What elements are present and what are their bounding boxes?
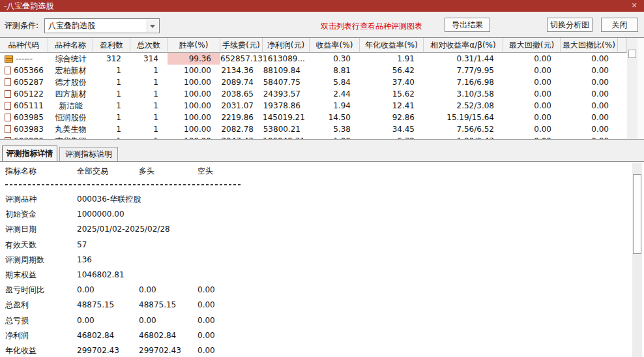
close-icon[interactable]: ✕ <box>629 0 639 12</box>
detail-value-all: 2025/01/02-2025/02/28 <box>77 224 170 234</box>
cell-alpha: 15.19/15.64 <box>424 112 503 123</box>
details-scrollbar-thumb[interactable] <box>633 174 641 254</box>
column-header[interactable]: 最大回撤比(%) <box>561 38 618 53</box>
cell-alpha: 7.16/6.98 <box>424 76 503 88</box>
cell-ret: 14.50 <box>310 112 360 123</box>
detail-row: 评测周期数136 <box>0 255 626 265</box>
stock-doc-icon <box>5 78 11 86</box>
column-header[interactable]: 手续费(元) <box>220 38 263 53</box>
detail-label: 总亏损 <box>5 315 29 326</box>
cell-alpha: 0.31/1.44 <box>424 53 503 65</box>
column-header[interactable]: 品种代码 <box>0 38 48 53</box>
column-header[interactable]: 胜率(%) <box>168 38 220 53</box>
cell-fee: 652857.13 <box>220 53 263 65</box>
cell-win: 1 <box>93 112 130 123</box>
code-cell: 603980 <box>0 135 48 140</box>
detail-row: 年化收益299702.43299702.430.00 <box>0 345 626 356</box>
cell-dd: 0.00 <box>503 112 561 123</box>
tab-indicator-details[interactable]: 评测指标详情 <box>2 146 57 161</box>
detail-value-all: 57 <box>77 240 87 250</box>
results-table-body: ------综合统计31231499.36652857.131613089...… <box>0 53 618 140</box>
cell-ret: 2.44 <box>310 88 360 100</box>
stock-doc-icon <box>5 67 11 74</box>
column-header-filler <box>618 38 627 53</box>
stock-code: ------ <box>16 53 33 65</box>
table-row[interactable]: 605111新洁能11100.002031.0719378.861.9412.4… <box>0 100 618 112</box>
cell-dd: 0.00 <box>503 123 561 135</box>
cell-dd: 0.00 <box>503 88 561 100</box>
column-header[interactable]: 品种名称 <box>48 38 93 53</box>
cell-ddr: 0.00 <box>561 53 618 65</box>
condition-combobox[interactable]: 八宝叠韵选股 <box>44 18 160 33</box>
cell-win: 1 <box>93 65 130 76</box>
column-header[interactable]: 收益率(%) <box>310 38 360 53</box>
column-header[interactable]: 相对收益率α/β(%) <box>424 38 503 53</box>
table-row[interactable]: 603980吉华集团11100.002047.43100049.311.006.… <box>0 135 618 140</box>
detail-value-short: 0.00 <box>198 315 215 326</box>
cell-ret: 5.38 <box>310 123 360 135</box>
table-scrollbar[interactable] <box>627 39 637 139</box>
detail-label: 评测品种 <box>5 194 37 204</box>
detail-value-all: 0.00 <box>77 315 95 326</box>
cell-profit: 100049.31 <box>263 135 310 140</box>
cell-name: 宏柏新材 <box>48 65 93 76</box>
detail-label: 评测周期数 <box>5 255 44 265</box>
cell-ddr: 0.00 <box>561 112 618 123</box>
table-row[interactable]: 605287德才股份11100.002089.7458407.755.8437.… <box>0 76 618 88</box>
cell-name: 新洁能 <box>48 100 93 112</box>
table-scrollbar-thumb[interactable] <box>628 50 636 58</box>
code-cell: 605366 <box>0 65 48 76</box>
cell-name: 丸美生物 <box>48 123 93 135</box>
table-row[interactable]: ------综合统计31231499.36652857.131613089...… <box>0 53 618 65</box>
switch-analysis-chart-button[interactable]: 切换分析图 <box>547 18 593 32</box>
export-results-button[interactable]: 导出结果 <box>445 18 490 32</box>
column-header[interactable]: 年化收益率(%) <box>360 38 424 53</box>
double-click-hint: 双击列表行查看品种评测图表 <box>321 21 422 32</box>
results-table: 品种代码品种名称盈利数总次数胜率(%)手续费(元)净利润(元)收益率(%)年化收… <box>0 37 644 140</box>
cell-rate: 100.00 <box>168 123 220 135</box>
cell-profit: 145019.21 <box>263 112 310 123</box>
table-row[interactable]: 605366宏柏新材11100.002134.3688109.848.8156.… <box>0 65 618 76</box>
title-bar[interactable]: -八宝叠韵选股 ✕ <box>0 0 644 12</box>
cell-fee: 2134.36 <box>220 65 263 76</box>
tab-indicator-notes[interactable]: 评测指标说明 <box>59 147 118 161</box>
cell-annual: 15.62 <box>360 88 424 100</box>
stock-code: 605122 <box>14 88 44 100</box>
table-row[interactable]: 605122四方新材11100.002038.6524393.572.4415.… <box>0 88 618 100</box>
detail-value-all: 1000000.00 <box>77 209 124 219</box>
cell-ddr: 0.00 <box>561 76 618 88</box>
code-cell: 605122 <box>0 88 48 100</box>
column-header[interactable]: 最大回撤(元) <box>503 38 561 53</box>
cell-name: 德才股份 <box>48 76 93 88</box>
cell-name: 四方新材 <box>48 88 93 100</box>
table-row[interactable]: 603985恒润股份11100.002219.86145019.2114.509… <box>0 112 618 123</box>
cell-total: 1 <box>130 135 168 140</box>
cell-ddr: 0.00 <box>561 88 618 100</box>
cell-dd: 0.00 <box>503 135 561 140</box>
cell-win: 1 <box>93 76 130 88</box>
code-cell: 605111 <box>0 100 48 112</box>
cell-ret: 5.84 <box>310 76 360 88</box>
column-header[interactable]: 净利润(元) <box>263 38 310 53</box>
column-header[interactable]: 盈利数 <box>93 38 130 53</box>
table-row[interactable]: 603983丸美生物11100.002082.7853800.215.3834.… <box>0 123 618 135</box>
cell-fee: 2038.65 <box>220 88 263 100</box>
cell-total: 1 <box>130 112 168 123</box>
details-scrollbar[interactable] <box>632 163 642 357</box>
close-button[interactable]: 关闭 <box>601 18 638 32</box>
condition-label: 评测条件: <box>5 20 38 31</box>
detail-value-long: 299702.43 <box>139 345 181 356</box>
detail-label: 年化收益 <box>5 345 37 356</box>
combo-dropdown-button[interactable] <box>147 20 158 32</box>
column-header[interactable]: 总次数 <box>130 38 168 53</box>
cell-rate: 99.36 <box>168 53 220 65</box>
stock-code: 605287 <box>14 76 44 88</box>
detail-row: 总盈利48875.1548875.150.00 <box>0 300 626 310</box>
detail-row: 初始资金1000000.00 <box>0 209 626 219</box>
cell-ret: 1.94 <box>310 100 360 112</box>
cell-total: 1 <box>130 88 168 100</box>
cell-ddr: 0.00 <box>561 135 618 140</box>
cell-annual: 12.41 <box>360 100 424 112</box>
stock-doc-icon <box>5 137 11 140</box>
detail-value-all: 1046802.81 <box>77 270 124 280</box>
